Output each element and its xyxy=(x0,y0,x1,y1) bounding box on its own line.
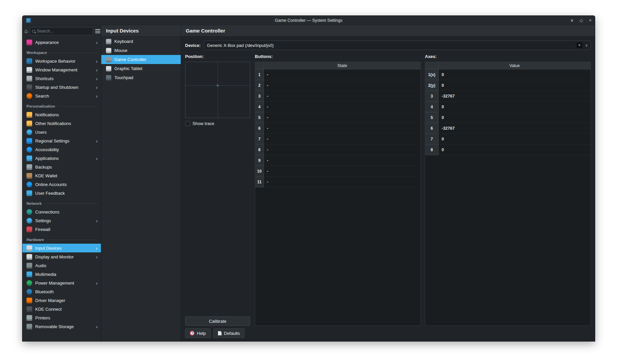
sidebar-item-connections[interactable]: Connections xyxy=(22,207,101,216)
kde-wallet-icon xyxy=(26,173,32,179)
chevron-right-icon: › xyxy=(96,324,98,329)
sidebar-item-kde-connect[interactable]: KDE Connect xyxy=(22,305,101,313)
buttons-table-header: State xyxy=(255,62,420,69)
sidebar-item-multimedia[interactable]: Multimedia xyxy=(22,270,101,279)
sidebar-item-firewall[interactable]: Firewall xyxy=(22,225,101,234)
users-icon xyxy=(26,129,32,135)
axes-table: Value 1(x)02(y)03-3276740506-327677080 xyxy=(425,62,591,326)
button-row: 1- xyxy=(255,69,420,80)
buttons-table: State 1-2-3-4-5-6-7-8-9-10-11- xyxy=(255,62,421,326)
calibrate-button[interactable]: Calibrate xyxy=(185,316,250,326)
sidebar-item-display-and-monitor[interactable]: Display and Monitor› xyxy=(22,252,101,261)
device-combobox[interactable]: Generic X-Box pad (/dev/input/js0) × ∨ xyxy=(204,41,591,50)
sidebar-section-hardware: Hardware xyxy=(22,236,101,244)
window-body: ⌂ Appearance›WorkspaceWorkspace Behavior… xyxy=(22,25,595,341)
help-button[interactable]: ? Help xyxy=(185,328,211,338)
button-number: 8 xyxy=(255,144,264,155)
device-item-label: Touchpad xyxy=(114,75,133,80)
button-row: 8- xyxy=(255,144,420,155)
sidebar-list: Appearance›WorkspaceWorkspace Behavior›W… xyxy=(22,37,101,341)
axis-number: 7 xyxy=(425,134,439,144)
sidebar-item-other-notifications[interactable]: Other Notifications xyxy=(22,119,101,128)
chevron-right-icon: › xyxy=(96,281,98,286)
sidebar-item-driver-manager[interactable]: Driver Manager xyxy=(22,296,101,305)
button-number: 2 xyxy=(255,80,264,91)
sidebar-section-label: Hardware xyxy=(26,238,44,242)
axes-rows: 1(x)02(y)03-3276740506-327677080 xyxy=(425,69,591,325)
sidebar-item-kde-wallet[interactable]: KDE Wallet xyxy=(22,171,101,180)
checkbox-box-icon[interactable] xyxy=(185,121,190,126)
axis-number: 1(x) xyxy=(425,69,439,80)
device-item-game-controller[interactable]: Game Controller xyxy=(101,55,181,64)
maximize-icon[interactable]: ◇ xyxy=(579,18,583,22)
sidebar-item-power-management[interactable]: Power Management› xyxy=(22,279,101,287)
main-pane: Game Controller Device: Generic X-Box pa… xyxy=(181,25,595,341)
button-number: 3 xyxy=(255,91,264,102)
applications-icon xyxy=(26,156,32,161)
sidebar-item-label: Window Management xyxy=(35,67,77,72)
chevron-down-icon[interactable]: ∨ xyxy=(585,44,588,47)
sidebar-item-label: Removable Storage xyxy=(35,324,74,329)
search-input[interactable] xyxy=(37,29,91,34)
button-number: 1 xyxy=(255,69,264,80)
sidebar-toolbar: ⌂ xyxy=(22,25,101,37)
sidebar-item-users[interactable]: Users xyxy=(22,128,101,136)
sidebar-item-window-management[interactable]: Window Management› xyxy=(22,65,101,74)
sidebar-item-audio[interactable]: Audio xyxy=(22,261,101,270)
button-row: 3- xyxy=(255,91,420,102)
content-columns: Position: Show trace Calibrate xyxy=(185,54,591,326)
section-divider-line xyxy=(44,203,98,204)
sidebar-item-removable-storage[interactable]: Removable Storage› xyxy=(22,322,101,331)
sidebar-item-input-devices[interactable]: Input Devices› xyxy=(22,244,101,252)
sidebar-item-shortcuts[interactable]: Shortcuts› xyxy=(22,74,101,83)
sidebar-item-search[interactable]: Search› xyxy=(22,92,101,100)
axis-row: 80 xyxy=(425,144,591,155)
sidebar-item-bluetooth[interactable]: Bluetooth xyxy=(22,287,101,296)
sidebar-item-backups[interactable]: Backups xyxy=(22,163,101,171)
sidebar-item-workspace-behavior[interactable]: Workspace Behavior› xyxy=(22,57,101,65)
button-number: 5 xyxy=(255,112,264,123)
sidebar-item-online-accounts[interactable]: Online Accounts xyxy=(22,180,101,189)
sidebar-item-label: Users xyxy=(35,130,47,135)
sidebar-item-label: Settings xyxy=(35,218,51,223)
window-title: Game Controller — System Settings xyxy=(275,18,342,23)
button-value: - xyxy=(264,123,420,133)
defaults-button[interactable]: Defaults xyxy=(213,328,245,338)
sidebar-section-network: Network xyxy=(22,199,101,207)
sidebar-item-regional-settings[interactable]: Regional Settings› xyxy=(22,136,101,145)
device-item-keyboard[interactable]: Keyboard xyxy=(101,37,181,46)
system-settings-window: Game Controller — System Settings ∨ ◇ × … xyxy=(22,16,595,341)
home-button[interactable]: ⌂ xyxy=(24,27,28,36)
hamburger-menu-button[interactable] xyxy=(95,27,100,36)
clear-device-icon[interactable]: × xyxy=(576,42,582,48)
button-value: - xyxy=(264,166,420,176)
axis-row: 2(y)0 xyxy=(425,80,591,91)
search-field[interactable] xyxy=(30,27,93,35)
axis-number: 6 xyxy=(425,123,439,134)
sidebar-item-accessibility[interactable]: Accessibility xyxy=(22,145,101,154)
minimize-icon[interactable]: ∨ xyxy=(570,18,574,22)
device-item-mouse[interactable]: Mouse xyxy=(101,46,181,55)
sidebar-item-notifications[interactable]: Notifications xyxy=(22,110,101,119)
sidebar-item-settings[interactable]: Settings› xyxy=(22,216,101,225)
notifications-icon xyxy=(26,112,32,118)
device-item-label: Keyboard xyxy=(114,39,133,44)
button-row: 4- xyxy=(255,102,420,112)
close-icon[interactable]: × xyxy=(589,18,592,22)
axis-row: 50 xyxy=(425,112,591,123)
sidebar-item-applications[interactable]: Applications› xyxy=(22,154,101,163)
help-button-label: Help xyxy=(197,331,206,336)
section-divider-line xyxy=(58,106,98,107)
button-row: 10- xyxy=(255,166,420,177)
show-trace-checkbox[interactable]: Show trace xyxy=(185,121,251,126)
sidebar-item-printers[interactable]: Printers xyxy=(22,313,101,322)
startup-shutdown-icon xyxy=(26,84,32,90)
section-divider-line xyxy=(50,53,98,53)
device-item-touchpad[interactable]: Touchpad xyxy=(101,73,181,82)
device-item-graphic-tablet[interactable]: Graphic Tablet xyxy=(101,64,181,73)
sidebar-item-appearance[interactable]: Appearance› xyxy=(22,38,101,47)
sidebar-item-user-feedback[interactable]: User Feedback xyxy=(22,189,101,197)
input-devices-pane: Input Devices KeyboardMouseGame Controll… xyxy=(101,25,181,341)
input-devices-icon xyxy=(26,245,32,251)
sidebar-item-startup-and-shutdown[interactable]: Startup and Shutdown› xyxy=(22,83,101,92)
